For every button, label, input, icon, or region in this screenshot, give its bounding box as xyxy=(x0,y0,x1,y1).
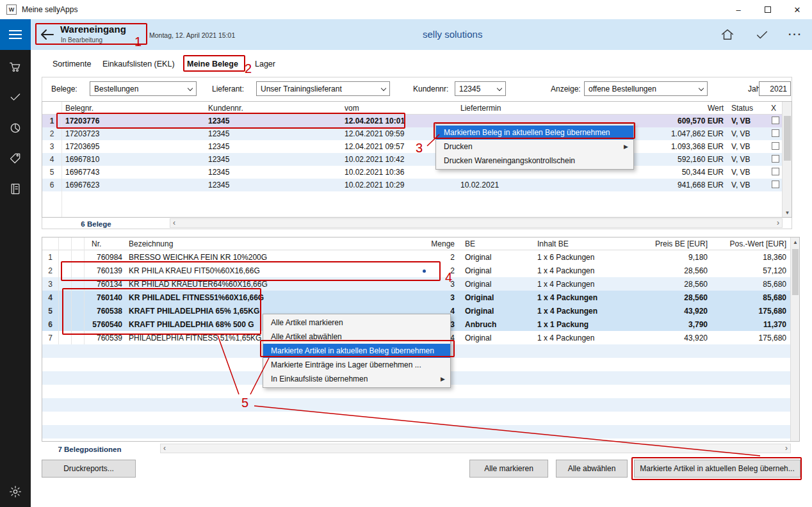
menu-item-einkaufsliste[interactable]: In Einkaufsliste übernehmen▶ xyxy=(263,372,450,386)
beleg-row-2[interactable]: 2 17203723 12345 12.04.2021 09:59 1.047,… xyxy=(42,127,792,140)
tab-einkaufslisten[interactable]: Einkaufslisten (EKL) xyxy=(102,60,175,68)
beleg-table-hscrollbar[interactable]: ‹ › xyxy=(170,218,783,228)
beleg-row-1[interactable]: 1 17203776 12345 12.04.2021 10:01 609,57… xyxy=(42,115,792,127)
beleg-table-vscrollbar[interactable]: ▼ xyxy=(782,102,792,217)
tab-meine-belege[interactable]: Meine Belege xyxy=(187,60,238,68)
cell-inhalt: 1 x 4 Packungen xyxy=(532,307,654,316)
cell-preis: 3,790 xyxy=(654,320,711,329)
scrollbar-thumb[interactable] xyxy=(784,116,791,161)
cell-be: Original xyxy=(459,293,532,302)
row-checkbox[interactable] xyxy=(772,155,779,163)
beleg-row-5[interactable]: 5 16967743 12345 10.02.2021 10:36 50,344… xyxy=(42,166,792,179)
menu-item-alle-markieren[interactable]: Alle Artikel markieren xyxy=(263,316,450,330)
druckreports-button[interactable]: Druckreports... xyxy=(42,460,136,478)
scroll-down-icon[interactable]: ▼ xyxy=(783,210,792,216)
scroll-left-icon[interactable]: ‹ xyxy=(173,219,175,227)
col-wert: Wert xyxy=(574,104,727,113)
scroll-right-icon[interactable]: › xyxy=(785,444,788,453)
cell-nr: 760538 xyxy=(84,307,122,316)
confirm-icon[interactable] xyxy=(754,27,770,42)
menu-button[interactable] xyxy=(0,19,31,50)
row-checkbox[interactable] xyxy=(772,117,779,124)
book-icon[interactable] xyxy=(0,176,31,202)
annotation-number-2: 2 xyxy=(245,61,252,76)
cell-inhalt: 1 x 4 Packungen xyxy=(532,293,654,302)
anzeige-label: Anzeige: xyxy=(551,84,581,93)
position-row-1[interactable]: 1 760984 BRESSO WEICHKA FEIN KR 10%200G … xyxy=(42,250,790,264)
pie-chart-icon[interactable] xyxy=(0,115,31,141)
scroll-right-icon[interactable]: › xyxy=(777,219,779,227)
anzeige-dropdown[interactable]: offene Bestellungen xyxy=(584,81,708,96)
lieferant-dropdown[interactable]: Unser Trainingslieferant xyxy=(256,81,390,96)
alle-markieren-button[interactable]: Alle markieren xyxy=(469,460,548,478)
cell-pos-wert: 18,360 xyxy=(711,253,790,262)
col-inhalt-be: Inhalt BE xyxy=(532,239,654,248)
beleg-table-header: Belegnr. Kundennr. vom Liefertermin Wert… xyxy=(42,102,792,115)
menu-item-lager-uebernehmen[interactable]: Markierte Einträge ins Lager übernehmen … xyxy=(263,358,450,372)
more-options-icon[interactable]: ··· xyxy=(788,27,803,42)
positions-table-vscrollbar[interactable]: ▲ xyxy=(790,237,799,441)
beleg-row-6[interactable]: 6 16967623 12345 10.02.2021 10:29 10.02.… xyxy=(42,179,792,191)
menu-item-alle-abwaehlen[interactable]: Alle Artikel abwählen xyxy=(263,330,450,344)
cell-bezeichnung: KR PHILA KRAEU FIT50%60X16,66G xyxy=(122,266,417,275)
cell-belegnr: 17203776 xyxy=(61,117,204,125)
jahr-input[interactable]: 2021 xyxy=(759,81,791,96)
beleg-count-label: 6 Belege xyxy=(61,220,131,228)
home-icon[interactable] xyxy=(720,27,735,42)
menu-item-drucken[interactable]: Drucken▶ xyxy=(436,140,633,154)
cell-pos-wert: 85,680 xyxy=(711,280,790,289)
position-row-4[interactable]: 4 760140 KR PHILADEL FITNES51%60X16,66G … xyxy=(42,291,790,304)
cell-menge: 3 xyxy=(417,280,459,289)
cell-belegnr: 17203723 xyxy=(61,129,204,138)
back-button[interactable] xyxy=(40,27,55,42)
cell-inhalt: 1 x 4 Packungen xyxy=(532,334,654,342)
cell-pos-wert: 175,680 xyxy=(711,307,790,316)
positions-table-hscrollbar[interactable]: ‹ › xyxy=(160,444,791,453)
cell-status: V, VB xyxy=(727,142,769,151)
col-menge: Menge xyxy=(417,239,459,248)
close-button[interactable]: ✕ xyxy=(783,0,812,19)
cell-nr: 760984 xyxy=(84,253,122,262)
menu-item-drucken-kontrollschein[interactable]: Drucken Wareneingangskontrollschein xyxy=(436,154,633,168)
maximize-button[interactable] xyxy=(753,0,783,19)
row-number: 6 xyxy=(42,320,58,329)
row-number: 2 xyxy=(42,266,58,275)
cell-preis: 28,560 xyxy=(654,293,711,302)
check-icon[interactable] xyxy=(0,84,31,110)
lieferant-label: Lieferant: xyxy=(212,84,244,93)
cell-preis: 9,180 xyxy=(654,253,711,262)
uebernehmen-button[interactable]: Markierte Artikel in aktuellen Beleg übe… xyxy=(634,460,800,478)
menu-item-artikel-uebernehmen[interactable]: Markierte Artikel in aktuellen Beleg übe… xyxy=(263,344,450,358)
title-bar: W Meine sellyApps – ✕ xyxy=(0,0,812,19)
col-nr: Nr. xyxy=(84,239,122,248)
cart-icon[interactable] xyxy=(0,54,31,80)
scroll-up-icon[interactable]: ▲ xyxy=(791,239,800,245)
row-checkbox[interactable] xyxy=(772,181,779,188)
chevron-down-icon xyxy=(381,86,386,91)
tab-lager[interactable]: Lager xyxy=(255,60,275,68)
beleg-row-3[interactable]: 3 17203695 12345 12.04.2021 09:57 1.093,… xyxy=(42,140,792,153)
cell-inhalt: 1 x 4 Packungen xyxy=(532,280,654,289)
kundennr-dropdown[interactable]: 12345 xyxy=(455,81,506,96)
minimize-button[interactable]: – xyxy=(724,0,753,19)
row-checkbox[interactable] xyxy=(772,168,779,175)
row-number: 7 xyxy=(42,334,58,342)
position-row-2[interactable]: 2 760139 KR PHILA KRAEU FIT50%60X16,66G … xyxy=(42,264,790,277)
cell-pos-wert: 85,680 xyxy=(711,293,790,302)
tag-icon[interactable] xyxy=(0,145,31,171)
beleg-row-4[interactable]: 4 16967810 12345 10.02.2021 10:42 592,16… xyxy=(42,153,792,166)
alle-abwaehlen-button[interactable]: Alle abwählen xyxy=(556,460,628,478)
position-row-3[interactable]: 3 760134 KR PHILAD KRAEUTER64%60X16,66G … xyxy=(42,277,790,291)
row-checkbox[interactable] xyxy=(772,129,779,137)
row-checkbox[interactable] xyxy=(772,142,779,150)
col-kundennr: Kundennr. xyxy=(204,104,341,113)
scrollbar-thumb[interactable] xyxy=(792,249,799,295)
row-number: 4 xyxy=(42,155,61,164)
cell-status: V, VB xyxy=(727,129,769,138)
tab-sortimente[interactable]: Sortimente xyxy=(53,60,91,68)
scroll-left-icon[interactable]: ‹ xyxy=(163,444,166,453)
gear-icon[interactable] xyxy=(0,479,31,504)
belege-dropdown[interactable]: Bestellungen xyxy=(90,81,197,96)
cell-be: Original xyxy=(459,280,532,289)
menu-item-beleg-uebernehmen[interactable]: Markierten Beleg in aktuellen Beleg über… xyxy=(436,125,633,140)
